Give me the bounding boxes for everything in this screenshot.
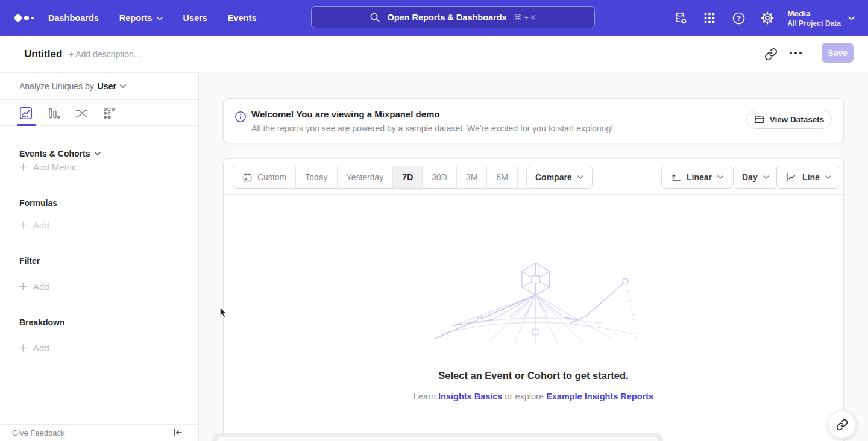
tab-flow-chart[interactable] (74, 105, 89, 121)
query-builder-sidebar: Analyze Uniques by User (0, 72, 199, 441)
data-management-icon[interactable] (673, 11, 688, 25)
add-metric-label: Add Metric (33, 162, 77, 172)
chevron-down-icon (157, 17, 163, 20)
events-cohorts-header[interactable]: Events & Cohorts (19, 149, 101, 158)
mixpanel-logo[interactable] (14, 0, 34, 36)
range-6m-label: 6M (496, 172, 508, 182)
tab-metric[interactable] (101, 105, 117, 121)
range-3m-label: 3M (466, 172, 477, 182)
breakdown-header: Breakdown (19, 317, 64, 327)
chart-controls-row: Custom Today Yesterday 7D 30D 3M 6M 12M … (224, 159, 843, 195)
tab-bar-chart[interactable] (46, 105, 61, 121)
interval-button[interactable]: Day (733, 166, 778, 189)
compare-label: Compare (535, 172, 572, 182)
add-filter-label: Add (33, 281, 49, 292)
chart-type-tabs (0, 101, 198, 126)
date-range-segmented-control: Custom Today Yesterday 7D 30D 3M 6M 12M (233, 166, 553, 189)
calendar-icon (242, 172, 253, 183)
insights-basics-link[interactable]: Insights Basics (438, 392, 502, 401)
range-today-label: Today (305, 172, 327, 182)
project-name: Media (787, 8, 841, 19)
example-reports-link[interactable]: Example Insights Reports (546, 392, 653, 401)
project-scope: All Project Data (787, 19, 841, 28)
analyze-by-picker[interactable]: User (98, 81, 126, 91)
settings-gear-icon[interactable] (760, 11, 775, 25)
range-today[interactable]: Today (296, 166, 337, 188)
range-yesterday[interactable]: Yesterday (338, 166, 394, 188)
range-30d-label: 30D (432, 172, 447, 182)
collapse-sidebar-icon[interactable] (173, 428, 183, 437)
tab-insights-line[interactable] (18, 105, 34, 121)
more-options-icon[interactable] (790, 52, 802, 54)
view-datasets-button[interactable]: View Datasets (746, 110, 832, 129)
interval-label: Day (742, 172, 758, 182)
analyze-row: Analyze Uniques by User (0, 73, 198, 100)
add-formula-button[interactable]: Add (19, 220, 49, 230)
chart-type-button[interactable]: Line (776, 166, 840, 189)
chevron-down-icon (577, 175, 583, 179)
search-icon (370, 12, 380, 23)
breakdown-label: Breakdown (19, 317, 64, 327)
selected-tab-underline (17, 124, 36, 126)
report-header: Untitled + Add description... (0, 36, 868, 72)
report-title[interactable]: Untitled (24, 36, 62, 72)
nav-events-label: Events (228, 13, 257, 23)
formulas-label: Formulas (19, 198, 57, 208)
analyze-prefix-label: Analyze Uniques by (19, 81, 94, 91)
svg-text:?: ? (736, 14, 740, 22)
analyze-by-value: User (98, 81, 116, 91)
search-shortcut: ⌘ + K (514, 13, 536, 22)
chevron-down-icon (763, 175, 769, 179)
linear-scale-icon (670, 172, 681, 183)
nav-users[interactable]: Users (183, 13, 207, 23)
range-custom[interactable]: Custom (233, 166, 296, 188)
give-feedback-link[interactable]: Give Feedback (12, 428, 64, 437)
nav-reports[interactable]: Reports (119, 13, 163, 23)
chevron-down-icon (848, 16, 855, 20)
range-6m[interactable]: 6M (487, 166, 517, 188)
results-panel-top-edge[interactable] (212, 433, 663, 441)
copy-link-icon[interactable] (764, 48, 778, 61)
add-breakdown-button[interactable]: Add (19, 343, 49, 353)
banner-title: Welcome! You are viewing a Mixpanel demo (251, 109, 440, 119)
share-link-fab[interactable] (828, 411, 856, 439)
line-chart-icon (785, 172, 797, 183)
banner-subtitle: All the reports you see are powered by a… (251, 124, 613, 133)
apps-grid-icon[interactable] (702, 11, 717, 25)
nav-reports-label: Reports (119, 13, 153, 23)
empty-state-links: Learn Insights Basics or explore Example… (224, 392, 843, 401)
range-30d[interactable]: 30D (423, 166, 457, 188)
chevron-down-icon (95, 152, 101, 155)
range-yesterday-label: Yesterday (347, 172, 384, 182)
nav-dashboards[interactable]: Dashboards (48, 13, 99, 23)
folder-icon (754, 114, 765, 124)
nav-events[interactable]: Events (228, 13, 257, 23)
add-metric-button[interactable]: Add Metric (19, 162, 77, 172)
save-button[interactable]: Save (822, 43, 854, 63)
add-filter-button[interactable]: Add (19, 281, 49, 292)
sidebar-footer: Give Feedback (0, 424, 198, 441)
view-datasets-label: View Datasets (770, 115, 825, 124)
scale-button[interactable]: Linear (661, 166, 732, 189)
compare-button[interactable]: Compare (526, 166, 593, 189)
range-7d[interactable]: 7D (393, 166, 423, 188)
report-description-placeholder[interactable]: + Add description... (69, 36, 140, 72)
learn-prefix: Learn (414, 392, 436, 401)
global-search[interactable]: Open Reports & Dashboards ⌘ + K (311, 6, 595, 28)
range-3m[interactable]: 3M (457, 166, 487, 188)
top-nav-icons: ? (673, 0, 775, 36)
project-selector[interactable]: Media All Project Data (787, 0, 855, 36)
plus-icon (19, 283, 27, 290)
empty-state-illustration (423, 254, 647, 348)
main-nav: Dashboards Reports Users Events (48, 0, 256, 36)
chevron-down-icon (825, 175, 831, 179)
range-custom-label: Custom (257, 172, 286, 182)
plus-icon (19, 163, 27, 171)
scale-label: Linear (687, 172, 712, 182)
range-7d-label: 7D (402, 172, 413, 182)
add-breakdown-label: Add (33, 343, 49, 353)
results-panel-inner-edge (217, 437, 658, 441)
help-icon[interactable]: ? (731, 11, 746, 25)
events-cohorts-label: Events & Cohorts (19, 149, 90, 158)
filter-header: Filter (19, 256, 40, 266)
